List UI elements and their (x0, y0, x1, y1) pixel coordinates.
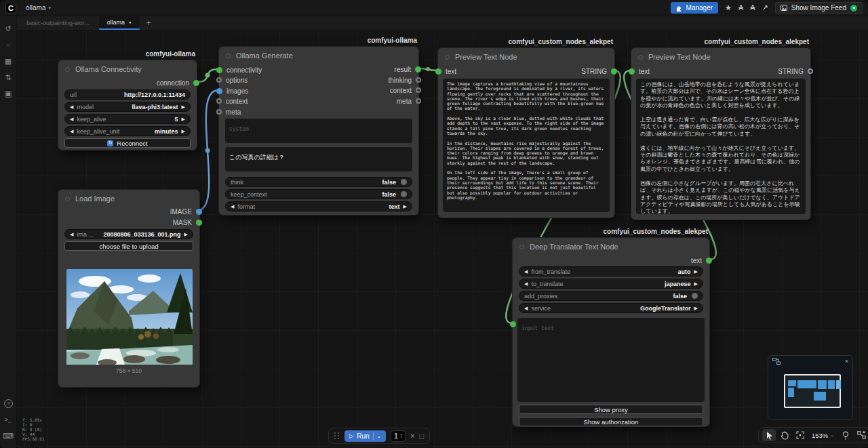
input-connectivity[interactable]: connectivity (216, 65, 262, 75)
port-dot-icon[interactable] (416, 77, 421, 83)
new-tab-button[interactable]: + (140, 16, 158, 30)
collapse-dot-icon[interactable] (638, 55, 643, 60)
font-toggle-icon[interactable]: A (738, 4, 743, 12)
node-preview-text-ja[interactable]: comfyui_custom_nodes_alekpet Preview Tex… (631, 47, 811, 220)
translator-textarea[interactable]: input text (517, 318, 705, 402)
port-dot-icon[interactable] (216, 109, 222, 115)
toggle-hints-button[interactable] (839, 429, 852, 441)
combo-prev-icon[interactable]: ◀ (524, 306, 528, 311)
collapse-dot-icon[interactable] (65, 197, 70, 201)
queue-history-icon[interactable]: ↺ (0, 20, 16, 37)
image-feed-toggle-icon[interactable] (850, 5, 857, 12)
port-dot-icon[interactable] (415, 66, 421, 73)
workflow-menu[interactable]: ollama ▾ (26, 4, 51, 12)
toggle-knob-icon[interactable] (401, 191, 407, 197)
node-header[interactable]: Preview Text Node (631, 48, 810, 64)
port-dot-icon[interactable] (216, 77, 222, 83)
prompt-textarea[interactable]: この写真の詳細は？ (225, 147, 412, 171)
combo-next-icon[interactable]: ▶ (182, 117, 185, 122)
port-dot-icon[interactable] (216, 67, 222, 73)
combo-next-icon[interactable]: ▶ (184, 232, 188, 237)
toggle-knob-icon[interactable] (692, 293, 698, 299)
node-library-icon[interactable]: ▦ (0, 53, 16, 69)
port-dot-icon[interactable] (629, 68, 635, 75)
input-text[interactable] (510, 319, 516, 329)
combo-prev-icon[interactable]: ◀ (70, 104, 73, 110)
combo-prev-icon[interactable]: ◀ (524, 269, 528, 274)
keep-alive-widget[interactable]: ◀ keep_alive 5 ▶ (64, 114, 191, 124)
show-authorization-button[interactable]: Show authorization (519, 417, 703, 426)
port-dot-icon[interactable] (808, 68, 813, 74)
manager-button[interactable]: Manager (671, 2, 718, 14)
combo-next-icon[interactable]: ▶ (694, 269, 698, 274)
combo-prev-icon[interactable]: ◀ (70, 232, 73, 237)
stop-icon[interactable]: □ (419, 432, 424, 440)
preview-text-area[interactable]: The image captures a breathtaking view o… (443, 79, 610, 212)
output-string[interactable]: STRING (581, 66, 617, 76)
think-toggle[interactable]: think false (225, 177, 412, 187)
pan-tool-button[interactable] (778, 429, 791, 441)
combo-prev-icon[interactable]: ◀ (231, 204, 234, 209)
show-image-feed-button[interactable]: Show Image Feed (775, 2, 863, 14)
port-dot-icon[interactable] (196, 209, 202, 215)
reconnect-button[interactable]: ↻ Reconnect (64, 138, 191, 148)
run-button[interactable]: ▷ Run ⌄ (344, 430, 386, 442)
tab-ollama[interactable]: ollama ● (99, 16, 140, 30)
input-meta[interactable]: meta (216, 107, 241, 117)
output-result[interactable]: result (395, 64, 421, 74)
node-ollama-connectivity[interactable]: comfyui-ollama Ollama Connectivity conne… (58, 60, 197, 150)
close-icon[interactable]: × (845, 358, 848, 365)
shortcuts-icon[interactable]: ⌨ (0, 428, 16, 444)
node-header[interactable]: Deep Translator Text Node (513, 238, 709, 254)
tab-basic-outpainting[interactable]: basic-outpainting-wor... (17, 16, 99, 30)
system-textarea[interactable]: system (225, 119, 412, 143)
stepper-down-icon[interactable]: ▾ (401, 436, 402, 439)
node-header[interactable]: Preview Text Node (438, 48, 614, 64)
node-header[interactable]: Ollama Generate (219, 47, 418, 63)
add-proxies-toggle[interactable]: add_proxies false (519, 291, 703, 301)
port-dot-icon[interactable] (510, 321, 516, 327)
combo-next-icon[interactable]: ▶ (403, 204, 407, 209)
combo-next-icon[interactable]: ▶ (182, 104, 185, 110)
combo-next-icon[interactable]: ▶ (694, 281, 698, 287)
collapse-dot-icon[interactable] (445, 55, 450, 60)
collapse-dot-icon[interactable] (65, 67, 70, 72)
url-widget[interactable]: url http://127.0.0.1:11434 (64, 89, 191, 100)
minimap-viewport[interactable] (784, 374, 841, 408)
terminal-icon[interactable]: >_ (0, 411, 16, 428)
port-dot-icon[interactable] (193, 80, 199, 86)
fit-view-button[interactable] (793, 429, 807, 441)
output-string[interactable]: STRING (778, 66, 813, 76)
minimap-panel[interactable]: × (768, 355, 853, 420)
chevron-down-icon[interactable]: ⌄ (377, 433, 382, 439)
port-dot-icon[interactable] (611, 68, 617, 75)
keep-alive-unit-widget[interactable]: ◀ keep_alive_unit minutes ▶ (64, 126, 191, 136)
node-header[interactable]: Ollama Connectivity (58, 60, 197, 77)
combo-next-icon[interactable]: ▶ (694, 306, 698, 311)
format-widget[interactable]: ◀ format text ▶ (225, 201, 412, 211)
workflows-icon[interactable]: ⇅ (0, 69, 16, 85)
zoom-level-dropdown[interactable]: 153% ⌄ (809, 432, 837, 439)
to-translate-widget[interactable]: ◀ to_translate japanese ▶ (519, 279, 703, 289)
collapse-dot-icon[interactable] (519, 245, 524, 249)
output-text[interactable]: text (691, 256, 712, 265)
star-icon[interactable]: ★ (725, 4, 732, 12)
input-context[interactable]: context (216, 96, 248, 106)
output-mask[interactable]: MASK (173, 218, 202, 227)
input-options[interactable]: options (216, 75, 248, 85)
from-translate-widget[interactable]: ◀ from_translate auto ▶ (519, 266, 703, 277)
input-text[interactable]: text (629, 66, 650, 76)
collapse-dot-icon[interactable] (226, 54, 231, 58)
port-dot-icon[interactable] (216, 98, 222, 104)
choose-file-button[interactable]: choose file to upload (64, 241, 193, 251)
toggle-knob-icon[interactable] (401, 179, 407, 185)
font-toggle-icon-2[interactable]: A (750, 4, 755, 12)
port-dot-icon[interactable] (416, 98, 421, 104)
node-load-image[interactable]: Load Image IMAGE MASK ◀ ima ... 20080806… (58, 189, 200, 388)
service-widget[interactable]: ◀ service GoogleTranslator ▶ (519, 303, 703, 313)
output-meta[interactable]: meta (397, 96, 421, 106)
image-file-widget[interactable]: ◀ ima ... 20080806_033136_001.png ▶ (64, 229, 193, 239)
clear-queue-icon[interactable]: × (410, 432, 414, 440)
comfyui-logo[interactable]: C (5, 3, 16, 14)
node-preview-text-en[interactable]: comfyui_custom_nodes_alekpet Preview Tex… (437, 47, 615, 218)
